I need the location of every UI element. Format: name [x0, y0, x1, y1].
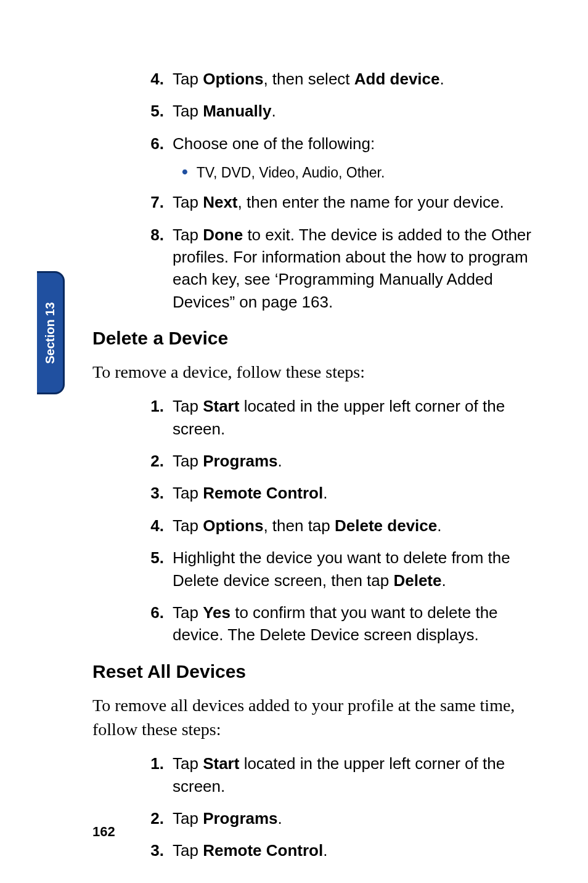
intro-reset-all: To remove all devices added to your prof…: [92, 693, 533, 741]
page-number: 162: [92, 824, 115, 840]
list-item-number: 1.: [142, 395, 173, 440]
list-item: 6.Choose one of the following:: [92, 132, 533, 155]
list-item: 2.Tap Programs.: [92, 450, 533, 472]
list-item: 1.Tap Start located in the upper left co…: [92, 395, 533, 440]
list-item-number: 8.: [142, 224, 173, 314]
list-item: 7.Tap Next, then enter the name for your…: [92, 191, 533, 213]
section-side-tab-label: Section 13: [43, 302, 57, 364]
bullet-dot-icon: •: [182, 165, 188, 179]
list-item: 5.Highlight the device you want to delet…: [92, 547, 533, 592]
list-a: 4.Tap Options, then select Add device.5.…: [92, 68, 533, 155]
list-item-text: Choose one of the following:: [173, 132, 533, 155]
page-content: 4.Tap Options, then select Add device.5.…: [0, 0, 588, 883]
list-item-text: Tap Options, then select Add device.: [173, 68, 533, 90]
list-item-number: 6.: [142, 132, 173, 155]
list-item: 3.Tap Remote Control.: [92, 839, 533, 861]
list-item: 6.Tap Yes to confirm that you want to de…: [92, 601, 533, 646]
list-item-text: Tap Start located in the upper left corn…: [173, 752, 533, 797]
list-item-number: 5.: [142, 547, 173, 592]
list-item-text: Tap Remote Control.: [173, 482, 533, 504]
list-item-text: Tap Options, then tap Delete device.: [173, 515, 533, 537]
list-c: 1.Tap Start located in the upper left co…: [92, 752, 533, 862]
list-item: 5.Tap Manually.: [92, 100, 533, 122]
heading-delete-device: Delete a Device: [92, 328, 533, 349]
intro-delete-device: To remove a device, follow these steps:: [92, 360, 533, 384]
list-item: 8.Tap Done to exit. The device is added …: [92, 224, 533, 314]
bullet-text: TV, DVD, Video, Audio, Other.: [197, 165, 385, 181]
list-item: 1.Tap Start located in the upper left co…: [92, 752, 533, 797]
list-item-number: 3.: [142, 839, 173, 861]
list-item-text: Tap Yes to confirm that you want to dele…: [173, 601, 533, 646]
heading-reset-all: Reset All Devices: [92, 661, 533, 682]
list-item-text: Tap Manually.: [173, 100, 533, 122]
list-item-number: 5.: [142, 100, 173, 122]
bullet-item: • TV, DVD, Video, Audio, Other.: [92, 165, 533, 181]
list-item-number: 4.: [142, 515, 173, 537]
list-item-text: Tap Programs.: [173, 450, 533, 472]
list-item-number: 1.: [142, 752, 173, 797]
section-side-tab: Section 13: [37, 271, 65, 394]
list-item-text: Tap Remote Control.: [173, 839, 533, 861]
list-item: 2.Tap Programs.: [92, 807, 533, 829]
list-item-number: 3.: [142, 482, 173, 504]
list-b: 1.Tap Start located in the upper left co…: [92, 395, 533, 646]
list-item: 4.Tap Options, then select Add device.: [92, 68, 533, 90]
list-item: 3.Tap Remote Control.: [92, 482, 533, 504]
list-item-number: 2.: [142, 450, 173, 472]
list-item-text: Tap Programs.: [173, 807, 533, 829]
list-item-number: 7.: [142, 191, 173, 213]
list-a2: 7.Tap Next, then enter the name for your…: [92, 191, 533, 313]
list-item-text: Tap Start located in the upper left corn…: [173, 395, 533, 440]
list-item-number: 6.: [142, 601, 173, 646]
list-item-text: Tap Next, then enter the name for your d…: [173, 191, 533, 213]
list-item-text: Highlight the device you want to delete …: [173, 547, 533, 592]
list-item-number: 4.: [142, 68, 173, 90]
list-item-number: 2.: [142, 807, 173, 829]
list-item: 4.Tap Options, then tap Delete device.: [92, 515, 533, 537]
list-item-text: Tap Done to exit. The device is added to…: [173, 224, 533, 314]
